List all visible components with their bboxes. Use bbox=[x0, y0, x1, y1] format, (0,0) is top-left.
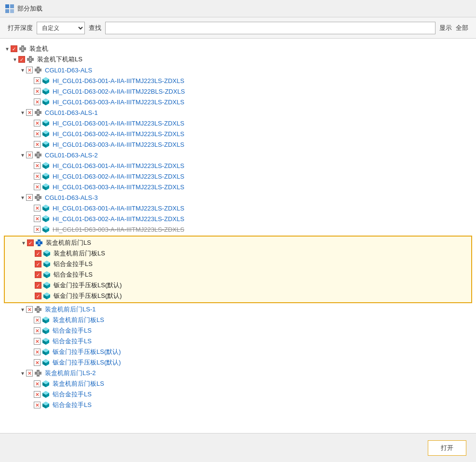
part-icon-door2-c3 bbox=[42, 401, 50, 409]
toggle-als[interactable] bbox=[19, 67, 26, 73]
tree-item-door1-c3[interactable]: 铝合金拉手LS bbox=[4, 336, 472, 347]
tree-item-als3-c2[interactable]: HI_CGL01-D63-002-A-IIA-IIITMJ223LS-ZDXLS bbox=[4, 213, 472, 224]
label-als1-c1: HI_CGL01-D63-001-A-IIA-IIITMJ223LS-ZDXLS bbox=[53, 120, 184, 127]
checkbox-door1[interactable] bbox=[26, 306, 33, 313]
svg-rect-50 bbox=[37, 152, 40, 154]
depth-select[interactable]: 自定义 全部 1层 2层 3层 bbox=[37, 22, 85, 34]
toggle-als2[interactable] bbox=[19, 152, 26, 158]
checkbox-door-c4[interactable] bbox=[35, 282, 41, 289]
checkbox-als[interactable] bbox=[26, 67, 33, 73]
tree-item-als2-c1[interactable]: HI_CGL01-D63-001-A-IIA-IIITMJ223LS-ZDXLS bbox=[4, 160, 472, 171]
tree-item-als2-c2[interactable]: HI_CGL01-D63-002-A-IIA-IIITMJ223LS-ZDXLS bbox=[4, 171, 472, 182]
checkbox-als-c3[interactable] bbox=[34, 98, 41, 105]
tree-item-door2-c1[interactable]: 装盒机前后门板LS bbox=[4, 378, 472, 389]
content-area[interactable]: 装盒机 装盒机下机箱LS CGL01-D63-ALS bbox=[0, 39, 476, 433]
checkbox-door1-c5[interactable] bbox=[34, 359, 41, 366]
tree-item-als1-c3[interactable]: HI_CGL01-D63-003-A-IIA-IIITMJ223LS-ZDXLS bbox=[4, 139, 472, 150]
toggle-root[interactable] bbox=[4, 45, 11, 52]
checkbox-door[interactable] bbox=[27, 239, 34, 246]
part-icon-door1-c3 bbox=[42, 337, 50, 345]
label-door1-c4: 钣金门拉手压板LS(默认) bbox=[53, 348, 121, 356]
tree-item-l1-0[interactable]: 装盒机下机箱LS bbox=[4, 54, 472, 65]
tree-item-root[interactable]: 装盒机 bbox=[4, 43, 472, 54]
checkbox-als2-c3[interactable] bbox=[34, 183, 41, 190]
display-value: 全部 bbox=[456, 24, 468, 32]
tree-item-door1-c4[interactable]: 钣金门拉手压板LS(默认) bbox=[4, 347, 472, 357]
toggle-als3[interactable] bbox=[19, 194, 26, 201]
tree-item-door2[interactable]: 装盒机前后门LS-2 bbox=[4, 368, 472, 378]
tree-item-als-c1[interactable]: HI_CGL01-D63-001-A-IIA-IIITMJ223LS-ZDXLS bbox=[4, 75, 472, 86]
tree-item-als2[interactable]: CGL01-D63-ALS-2 bbox=[4, 150, 472, 160]
checkbox-als2-c2[interactable] bbox=[34, 173, 41, 180]
tree-item-door2-c2[interactable]: 铝合金拉手LS bbox=[4, 389, 472, 400]
checkbox-als1-c2[interactable] bbox=[34, 130, 41, 137]
toggle-l1-0[interactable] bbox=[12, 56, 18, 63]
tree-item-door1-c2[interactable]: 铝合金拉手LS bbox=[4, 325, 472, 336]
checkbox-als3-c3[interactable] bbox=[34, 226, 41, 233]
checkbox-door-c5[interactable] bbox=[35, 293, 41, 299]
tree-item-als3-c3[interactable]: HI_CGL01-D63-003-A-IIA-IIITMJ223LS-ZDXLS bbox=[4, 224, 472, 235]
checkbox-als1-c3[interactable] bbox=[34, 141, 41, 148]
label-door1-c2: 铝合金拉手LS bbox=[53, 326, 92, 335]
part-icon-door-c3 bbox=[43, 271, 51, 279]
checkbox-door2[interactable] bbox=[26, 370, 33, 377]
tree-item-door1-c5[interactable]: 钣金门拉手压板LS(默认) bbox=[4, 357, 472, 368]
checkbox-als-c2[interactable] bbox=[34, 88, 41, 95]
tree-item-als1-c2[interactable]: HI_CGL01-D63-002-A-IIA-IIITMJ223LS-ZDXLS bbox=[4, 128, 472, 139]
tree-item-door1[interactable]: 装盒机前后门LS-1 bbox=[4, 304, 472, 315]
checkbox-als3-c2[interactable] bbox=[34, 215, 41, 222]
checkbox-als-c1[interactable] bbox=[34, 77, 41, 84]
assembly-icon-als bbox=[34, 66, 42, 74]
checkbox-door1-c3[interactable] bbox=[34, 338, 41, 345]
checkbox-door-c1[interactable] bbox=[35, 250, 41, 257]
tree-item-door-c3[interactable]: 铝合金拉手LS bbox=[5, 269, 471, 280]
tree-item-door[interactable]: 装盒机前后门LS bbox=[5, 238, 471, 248]
tree-item-door-c1[interactable]: 装盒机前后门板LS bbox=[5, 248, 471, 259]
tree-item-als3[interactable]: CGL01-D63-ALS-3 bbox=[4, 192, 472, 203]
checkbox-door1-c1[interactable] bbox=[34, 317, 41, 323]
toolbar: 打开深度 自定义 全部 1层 2层 3层 查找 显示 全部 bbox=[0, 17, 476, 39]
svg-rect-33 bbox=[37, 109, 40, 111]
checkbox-door1-c4[interactable] bbox=[34, 349, 41, 355]
svg-point-69 bbox=[37, 196, 39, 198]
checkbox-als2-c1[interactable] bbox=[34, 162, 41, 169]
checkbox-als1[interactable] bbox=[26, 109, 33, 116]
tree-item-als2-c3[interactable]: HI_CGL01-D63-003-A-IIA-IIITMJ223LS-ZDXLS bbox=[4, 182, 472, 192]
toggle-door2[interactable] bbox=[19, 370, 26, 377]
checkbox-als2[interactable] bbox=[26, 152, 33, 158]
tree-item-door1-c1[interactable]: 装盒机前后门板LS bbox=[4, 315, 472, 325]
tree-item-als[interactable]: CGL01-D63-ALS bbox=[4, 65, 472, 75]
checkbox-door2-c1[interactable] bbox=[34, 380, 41, 387]
toggle-door[interactable] bbox=[20, 239, 27, 246]
checkbox-door2-c3[interactable] bbox=[34, 402, 41, 408]
open-button[interactable]: 打开 bbox=[428, 440, 466, 456]
checkbox-door-c2[interactable] bbox=[35, 261, 41, 267]
checkbox-als1-c1[interactable] bbox=[34, 120, 41, 126]
part-icon-als2-c3 bbox=[42, 183, 50, 191]
tree-item-als1-c1[interactable]: HI_CGL01-D63-001-A-IIA-IIITMJ223LS-ZDXLS bbox=[4, 118, 472, 128]
checkbox-root[interactable] bbox=[11, 45, 17, 52]
footer: 打开 bbox=[0, 433, 476, 462]
label-als-c1: HI_CGL01-D63-001-A-IIA-IIITMJ223LS-ZDXLS bbox=[53, 77, 184, 84]
tree-item-als-c2[interactable]: HI_CGL01-D63-002-A-IIA-IIITMJ22BLS-ZDXLS bbox=[4, 86, 472, 97]
checkbox-als3[interactable] bbox=[26, 194, 33, 201]
tree-item-door-c2[interactable]: 铝合金拉手LS bbox=[5, 259, 471, 269]
toggle-door1[interactable] bbox=[19, 306, 26, 313]
checkbox-door2-c2[interactable] bbox=[34, 391, 41, 398]
toggle-als1[interactable] bbox=[19, 109, 26, 116]
search-input[interactable] bbox=[105, 22, 435, 34]
part-icon-door-c1 bbox=[43, 250, 51, 257]
tree-item-door2-c3[interactable]: 铝合金拉手LS bbox=[4, 400, 472, 410]
tree-item-als-c3[interactable]: HI_CGL01-D63-003-A-IIA-IIITMJ223LS-ZDXLS bbox=[4, 97, 472, 107]
checkbox-door1-c2[interactable] bbox=[34, 327, 41, 334]
tree-item-door-c4[interactable]: 钣金门拉手压板LS(默认) bbox=[5, 280, 471, 291]
checkbox-l1-0[interactable] bbox=[18, 56, 25, 63]
checkbox-als3-c1[interactable] bbox=[34, 205, 41, 211]
label-door2-c3: 铝合金拉手LS bbox=[53, 401, 92, 409]
tree-item-door-c5[interactable]: 钣金门拉手压板LS(默认) bbox=[5, 291, 471, 301]
svg-rect-2 bbox=[5, 9, 9, 13]
checkbox-door-c3[interactable] bbox=[35, 271, 41, 278]
tree-item-als3-c1[interactable]: HI_CGL01-D63-001-A-IIA-IIITMJ223LS-ZDXLS bbox=[4, 203, 472, 213]
tree-item-als1[interactable]: CGL01-D63-ALS-1 bbox=[4, 107, 472, 118]
label-door-c4: 钣金门拉手压板LS(默认) bbox=[54, 281, 122, 290]
